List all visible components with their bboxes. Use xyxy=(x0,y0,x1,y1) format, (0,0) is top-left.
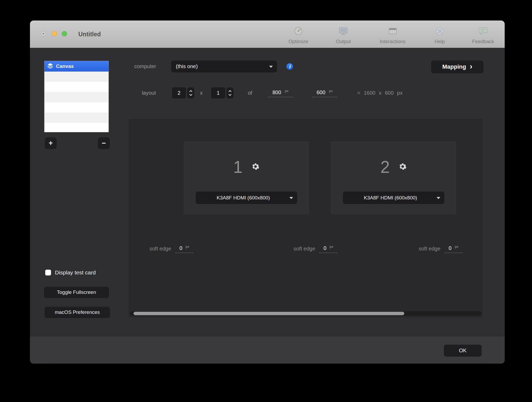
remove-layer-button[interactable]: − xyxy=(98,137,110,149)
layout-x-label: x xyxy=(197,87,205,98)
total-width-value: 1600 xyxy=(364,90,376,96)
toggle-fullscreen-button[interactable]: Toggle Fullscreen xyxy=(44,287,109,298)
speech-bubble-icon xyxy=(477,25,489,37)
px-unit-label: px xyxy=(455,245,458,249)
piano-keys-icon xyxy=(386,25,399,37)
cell-width-value: 800 xyxy=(272,89,281,95)
screen-number: 1 xyxy=(233,157,243,177)
equals-sign: = xyxy=(357,90,360,96)
toolbar-item-label: Help xyxy=(434,39,445,44)
toolbar-optimize-button[interactable]: Optimize xyxy=(279,25,318,47)
total-size-readout: = 1600 x 600 px xyxy=(357,87,403,98)
zoom-button[interactable] xyxy=(62,31,67,36)
toolbar-item-label: Interactions xyxy=(380,39,406,44)
output-select-1[interactable]: K3A8F HDMI (600x800) xyxy=(196,192,297,204)
cell-height-value: 600 xyxy=(316,89,325,95)
display-test-card-label: Display test card xyxy=(55,269,96,276)
stepper-down-icon xyxy=(228,94,232,96)
chevron-down-icon xyxy=(289,197,293,199)
soft-edge-value: 0 xyxy=(180,245,182,251)
computer-select[interactable]: (this one) xyxy=(171,61,277,72)
screen-region-2[interactable]: 2 K3A8F HDMI (600x800) xyxy=(331,142,456,214)
monitor-icon xyxy=(337,25,350,37)
cell-width-field[interactable]: 800 px xyxy=(268,87,293,98)
stepper-down-icon xyxy=(189,94,193,96)
layers-icon xyxy=(47,63,53,70)
px-unit-label: px xyxy=(397,90,403,96)
macos-preferences-button[interactable]: macOS Preferences xyxy=(45,307,110,318)
titlebar: Untitled Optimize Output Interactions He… xyxy=(30,21,505,48)
gear-icon[interactable] xyxy=(399,163,407,172)
soft-edge-field[interactable]: 0 px xyxy=(444,244,462,253)
scrollbar-thumb[interactable] xyxy=(134,312,404,315)
toolbar-output-button[interactable]: Output xyxy=(324,25,363,47)
grid-cols-stepper[interactable] xyxy=(187,87,194,98)
app-window: Untitled Optimize Output Interactions He… xyxy=(30,21,505,364)
soft-edge-control-2: soft edge 0 px xyxy=(294,243,337,254)
grid-rows-field[interactable]: 1 xyxy=(211,87,225,98)
soft-edge-field[interactable]: 0 px xyxy=(175,244,193,253)
output-select-value: K3A8F HDMI (600x800) xyxy=(364,195,417,201)
px-unit-label: px xyxy=(285,89,289,93)
gauge-icon xyxy=(292,25,305,37)
soft-edge-field[interactable]: 0 px xyxy=(319,244,337,253)
chevron-down-icon xyxy=(437,197,440,199)
list-row xyxy=(44,102,109,113)
soft-edge-control-3: soft edge 0 px xyxy=(419,243,462,254)
toolbar-item-label: Optimize xyxy=(289,39,308,44)
minimize-button[interactable] xyxy=(52,31,57,36)
total-x-label: x xyxy=(379,90,381,96)
footer-bar: OK xyxy=(30,336,505,364)
horizontal-scrollbar[interactable] xyxy=(130,311,481,316)
grid-rows-stepper[interactable] xyxy=(227,87,233,98)
list-row xyxy=(44,72,109,82)
mapping-button[interactable]: Mapping › xyxy=(431,61,483,73)
toolbar-interactions-button[interactable]: Interactions xyxy=(373,25,412,47)
stepper-up-icon xyxy=(228,90,232,92)
canvas-preview: 1 K3A8F HDMI (600x800) 2 xyxy=(129,119,482,317)
computer-label: computer xyxy=(117,61,156,72)
px-unit-label: px xyxy=(329,89,333,93)
layout-label: layout xyxy=(116,87,156,98)
chevron-down-icon xyxy=(269,66,273,68)
soft-edge-control-1: soft edge 0 px xyxy=(150,243,193,254)
list-row xyxy=(44,82,109,92)
main-panel: Canvas + − computer (this one) i Mapping… xyxy=(30,48,505,364)
display-test-card-row[interactable]: Display test card xyxy=(45,269,96,276)
soft-edge-label: soft edge xyxy=(419,246,440,252)
close-button[interactable] xyxy=(41,31,46,36)
soft-edge-label: soft edge xyxy=(294,246,315,252)
add-layer-button[interactable]: + xyxy=(45,137,57,149)
total-height-value: 600 xyxy=(385,90,393,96)
px-unit-label: px xyxy=(186,245,189,249)
list-item-canvas[interactable]: Canvas xyxy=(44,61,109,72)
output-select-2[interactable]: K3A8F HDMI (600x800) xyxy=(343,192,444,204)
soft-edge-label: soft edge xyxy=(150,246,171,252)
chevron-right-icon: › xyxy=(470,62,472,70)
px-unit-label: px xyxy=(330,245,333,249)
gear-icon[interactable] xyxy=(252,163,259,172)
mapping-button-label: Mapping xyxy=(442,63,466,70)
info-icon[interactable]: i xyxy=(286,63,293,70)
ok-button[interactable]: OK xyxy=(444,345,482,356)
toolbar-item-label: Output xyxy=(336,39,351,44)
of-label: of xyxy=(245,87,255,98)
window-title: Untitled xyxy=(78,21,101,48)
soft-edge-value: 0 xyxy=(449,245,452,251)
display-test-card-checkbox[interactable] xyxy=(45,270,51,275)
output-select-value: K3A8F HDMI (600x800) xyxy=(217,195,270,201)
layers-list[interactable]: Canvas xyxy=(44,61,109,132)
cell-height-field[interactable]: 600 px xyxy=(312,87,337,98)
computer-select-value: (this one) xyxy=(176,63,198,69)
toolbar-feedback-button[interactable]: Feedback xyxy=(463,25,503,47)
grid-cols-field[interactable]: 2 xyxy=(172,87,186,98)
screen-region-1[interactable]: 1 K3A8F HDMI (600x800) xyxy=(184,142,309,214)
toolbar-item-label: Feedback xyxy=(472,39,494,44)
list-row xyxy=(44,113,109,123)
lifebuoy-icon xyxy=(433,25,446,37)
toolbar-help-button[interactable]: Help xyxy=(420,25,459,47)
stepper-up-icon xyxy=(189,90,193,92)
list-row xyxy=(44,92,109,102)
list-row xyxy=(44,123,109,132)
soft-edge-value: 0 xyxy=(324,245,326,251)
